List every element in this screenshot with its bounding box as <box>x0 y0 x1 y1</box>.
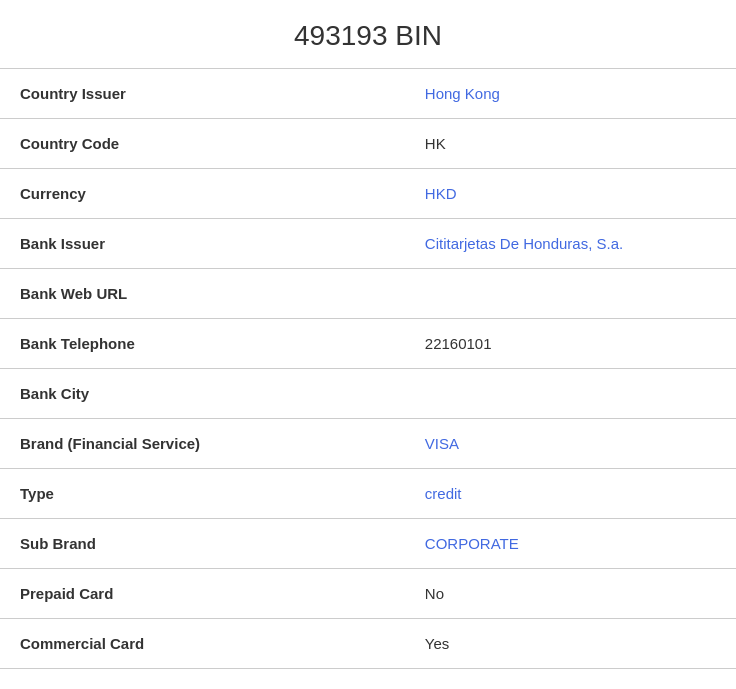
table-row: Bank IssuerCititarjetas De Honduras, S.a… <box>0 219 736 269</box>
row-link[interactable]: Hong Kong <box>425 85 500 102</box>
row-link[interactable]: Cititarjetas De Honduras, S.a. <box>425 235 623 252</box>
table-row: Bank Web URL <box>0 269 736 319</box>
row-label: Sub Brand <box>0 519 405 569</box>
table-row: Country IssuerHong Kong <box>0 69 736 119</box>
bin-info-table: Country IssuerHong KongCountry CodeHKCur… <box>0 69 736 669</box>
row-value: 22160101 <box>405 319 736 369</box>
row-label: Bank Web URL <box>0 269 405 319</box>
row-label: Commercial Card <box>0 619 405 669</box>
row-value <box>405 269 736 319</box>
row-value: VISA <box>405 419 736 469</box>
row-value: CORPORATE <box>405 519 736 569</box>
row-label: Country Issuer <box>0 69 405 119</box>
row-link[interactable]: VISA <box>425 435 459 452</box>
table-row: Bank Telephone22160101 <box>0 319 736 369</box>
row-value <box>405 369 736 419</box>
row-label: Bank Issuer <box>0 219 405 269</box>
row-value: Yes <box>405 619 736 669</box>
row-value: Hong Kong <box>405 69 736 119</box>
table-row: Bank City <box>0 369 736 419</box>
table-row: Commercial CardYes <box>0 619 736 669</box>
row-label: Type <box>0 469 405 519</box>
table-row: Prepaid CardNo <box>0 569 736 619</box>
table-row: Country CodeHK <box>0 119 736 169</box>
row-label: Bank Telephone <box>0 319 405 369</box>
table-row: Brand (Financial Service)VISA <box>0 419 736 469</box>
row-label: Prepaid Card <box>0 569 405 619</box>
page-title: 493193 BIN <box>0 0 736 69</box>
row-value: HKD <box>405 169 736 219</box>
row-value: Cititarjetas De Honduras, S.a. <box>405 219 736 269</box>
row-value: credit <box>405 469 736 519</box>
table-row: Sub BrandCORPORATE <box>0 519 736 569</box>
row-link[interactable]: CORPORATE <box>425 535 519 552</box>
row-link[interactable]: credit <box>425 485 462 502</box>
table-row: Typecredit <box>0 469 736 519</box>
row-label: Country Code <box>0 119 405 169</box>
row-value: HK <box>405 119 736 169</box>
row-label: Currency <box>0 169 405 219</box>
row-value: No <box>405 569 736 619</box>
row-link[interactable]: HKD <box>425 185 457 202</box>
row-label: Bank City <box>0 369 405 419</box>
row-label: Brand (Financial Service) <box>0 419 405 469</box>
table-row: CurrencyHKD <box>0 169 736 219</box>
